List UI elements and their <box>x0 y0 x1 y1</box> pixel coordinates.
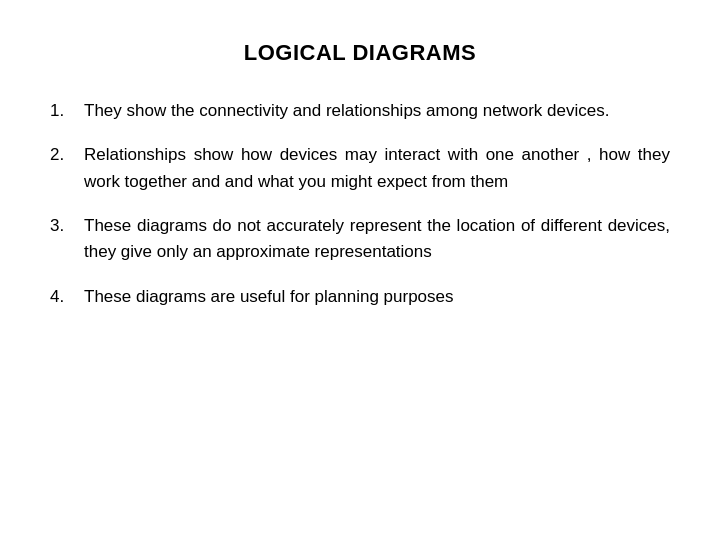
list-item: These diagrams are useful for planning p… <box>50 284 670 310</box>
list-item: They show the connectivity and relations… <box>50 98 670 124</box>
list-item-text: These diagrams are useful for planning p… <box>84 284 670 310</box>
list: They show the connectivity and relations… <box>50 98 670 310</box>
list-item-text: These diagrams do not accurately represe… <box>84 213 670 266</box>
list-item-text: Relationships show how devices may inter… <box>84 142 670 195</box>
list-item: These diagrams do not accurately represe… <box>50 213 670 266</box>
page-container: LOGICAL DIAGRAMS They show the connectiv… <box>0 0 720 540</box>
content-area: They show the connectivity and relations… <box>50 98 670 328</box>
page-title: LOGICAL DIAGRAMS <box>244 40 476 66</box>
list-item-text: They show the connectivity and relations… <box>84 98 670 124</box>
list-item: Relationships show how devices may inter… <box>50 142 670 195</box>
